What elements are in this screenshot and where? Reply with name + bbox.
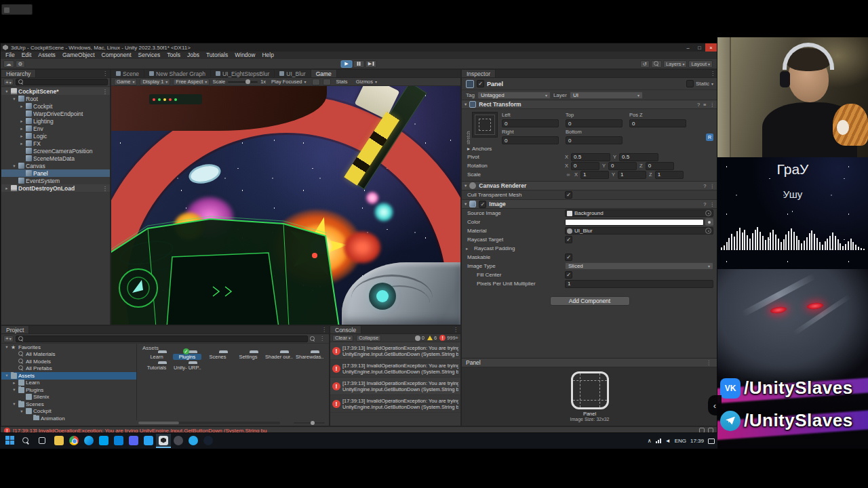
- gizmos-dropdown[interactable]: Gizmos▾: [353, 79, 380, 85]
- tree-item[interactable]: Silenix: [1, 394, 136, 401]
- scale-slider-knob[interactable]: [245, 79, 250, 84]
- zoom-knob[interactable]: [311, 421, 315, 425]
- rotation-x-field[interactable]: 0: [571, 162, 599, 170]
- taskbar-app-icon[interactable]: [201, 434, 216, 448]
- minimize-button[interactable]: –: [682, 43, 694, 52]
- foldout-arrow[interactable]: ▸: [19, 119, 24, 124]
- posz-field[interactable]: 0: [629, 119, 686, 127]
- taskbar-app-icon[interactable]: [186, 434, 201, 448]
- pause-button[interactable]: [353, 60, 365, 68]
- start-button[interactable]: [3, 434, 16, 448]
- search-icon[interactable]: [651, 60, 662, 68]
- folder-tile[interactable]: Tutorials: [142, 363, 171, 371]
- hierarchy-item[interactable]: ▾ Root: [1, 95, 110, 102]
- static-checkbox[interactable]: [686, 80, 694, 87]
- taskbar-app-icon[interactable]: [81, 434, 96, 448]
- taskbar-app-icon[interactable]: [171, 434, 186, 448]
- tree-item[interactable]: All Prefabs: [1, 365, 136, 373]
- foldout-arrow[interactable]: ▾: [12, 163, 17, 169]
- more-icon[interactable]: ⋮: [710, 183, 715, 189]
- object-picker-icon[interactable]: [705, 228, 711, 234]
- preset-icon[interactable]: ≡: [703, 102, 706, 108]
- folder-tile[interactable]: Plugins: [173, 352, 201, 360]
- foldout-arrow[interactable]: ▾: [4, 373, 9, 378]
- collapse-chevron[interactable]: ‹: [708, 395, 722, 415]
- play-focused-dropdown[interactable]: Play Focused▾: [269, 79, 309, 85]
- task-view-button[interactable]: [35, 434, 49, 448]
- hierarchy-item[interactable]: ▾ CockpitScene*: [1, 87, 110, 95]
- close-button[interactable]: ×: [705, 43, 717, 52]
- folder-tile[interactable]: Learn: [142, 352, 171, 360]
- info-count[interactable]: 0: [415, 335, 425, 341]
- folder-tile[interactable]: Shader our..: [264, 352, 293, 360]
- tab-project[interactable]: Project: [1, 326, 29, 333]
- tree-item[interactable]: All Models: [1, 358, 136, 365]
- foldout-arrow[interactable]: ▸: [19, 126, 24, 131]
- add-component-button[interactable]: Add Component: [550, 296, 630, 306]
- foldout-arrow[interactable]: ▸: [467, 146, 470, 152]
- anchor-preset-icon[interactable]: [472, 112, 498, 138]
- scale-z-field[interactable]: 1: [655, 171, 684, 179]
- raycast-checkbox[interactable]: [565, 236, 572, 243]
- clock[interactable]: 17:39: [690, 438, 704, 444]
- help-icon[interactable]: ?: [697, 102, 700, 108]
- capture-icon[interactable]: [323, 79, 331, 85]
- pivot-x-field[interactable]: 0.5: [571, 153, 610, 161]
- active-checkbox[interactable]: [477, 80, 484, 87]
- panel-menu-icon[interactable]: ⋮: [451, 326, 460, 333]
- tree-item[interactable]: ▸ Learn: [1, 380, 136, 387]
- game-dropdown[interactable]: Game▾: [114, 79, 137, 85]
- panel-menu-icon[interactable]: ⋮: [708, 70, 717, 77]
- rect-transform-header[interactable]: ▾ Rect Transform ?≡⋮: [462, 100, 717, 109]
- menu-item[interactable]: Tools: [163, 52, 184, 59]
- error-count[interactable]: !999+: [439, 335, 458, 341]
- anchors-foldout[interactable]: ▸Anchors: [466, 144, 713, 152]
- help-icon[interactable]: ?: [703, 201, 706, 207]
- object-picker-icon[interactable]: [705, 210, 711, 216]
- scale-slider[interactable]: [228, 81, 258, 83]
- maximize-button[interactable]: □: [694, 43, 705, 52]
- preview-menu-icon[interactable]: ⋮: [704, 360, 713, 366]
- scrollbar-thumb[interactable]: [138, 422, 179, 424]
- source-image-field[interactable]: Background: [565, 209, 713, 217]
- hierarchy-item[interactable]: ▸ DontDestroyOnLoad: [1, 184, 110, 192]
- services-icon[interactable]: ⚙: [16, 60, 26, 68]
- preview-header[interactable]: Panel ⋮: [462, 359, 717, 367]
- panel-menu-icon[interactable]: ⋮: [317, 336, 327, 342]
- eyedropper-icon[interactable]: [705, 218, 713, 226]
- layout-dropdown[interactable]: Layout▾: [688, 60, 713, 68]
- link-scale-icon[interactable]: ∞: [565, 172, 572, 177]
- menu-item[interactable]: Edit: [18, 52, 35, 59]
- maskable-checkbox[interactable]: [565, 253, 572, 261]
- hierarchy-item[interactable]: SceneMetaData: [1, 155, 110, 162]
- console-entry[interactable]: ! [17:39:13] InvalidOperationException: …: [330, 395, 460, 413]
- raw-edit-toggle[interactable]: R: [706, 134, 713, 141]
- foldout-arrow[interactable]: ▸: [4, 186, 9, 191]
- step-button[interactable]: ▶: [366, 60, 377, 68]
- foldout-arrow[interactable]: ▾: [19, 409, 24, 414]
- tab-console[interactable]: Console: [330, 326, 361, 333]
- hierarchy-item[interactable]: ▸ Logic: [1, 132, 110, 140]
- project-search-input[interactable]: [25, 336, 305, 342]
- telegram-social-row[interactable]: /UnitySlaves: [720, 410, 853, 431]
- thumbnail-zoom-slider[interactable]: [294, 421, 325, 424]
- console-entry[interactable]: ! [17:39:13] InvalidOperationException: …: [330, 342, 460, 360]
- view-tab[interactable]: UI_Blur: [275, 70, 311, 77]
- tree-item[interactable]: ▾ Favorites: [1, 344, 136, 351]
- tab-inspector[interactable]: Inspector: [462, 70, 496, 77]
- more-icon[interactable]: ⋮: [710, 102, 715, 108]
- rotation-z-field[interactable]: 0: [646, 162, 674, 170]
- foldout-arrow[interactable]: ▾: [12, 401, 17, 407]
- menu-item[interactable]: GameObject: [59, 52, 98, 59]
- network-icon[interactable]: [656, 439, 661, 443]
- folder-tile[interactable]: Unity- URP..: [173, 363, 201, 371]
- menu-item[interactable]: Jobs: [184, 52, 203, 59]
- folder-tile[interactable]: Sharewdas..: [295, 352, 323, 360]
- hierarchy-search-input[interactable]: [25, 79, 105, 85]
- ppu-field[interactable]: 1: [565, 280, 713, 288]
- foldout-arrow[interactable]: ▾: [465, 201, 467, 207]
- undo-history-icon[interactable]: ↺: [640, 60, 650, 68]
- hierarchy-item[interactable]: ▸ Lighting: [1, 117, 110, 125]
- tree-item[interactable]: Animation: [1, 415, 136, 420]
- hierarchy-item[interactable]: WarpDriveEndpoint: [1, 110, 110, 117]
